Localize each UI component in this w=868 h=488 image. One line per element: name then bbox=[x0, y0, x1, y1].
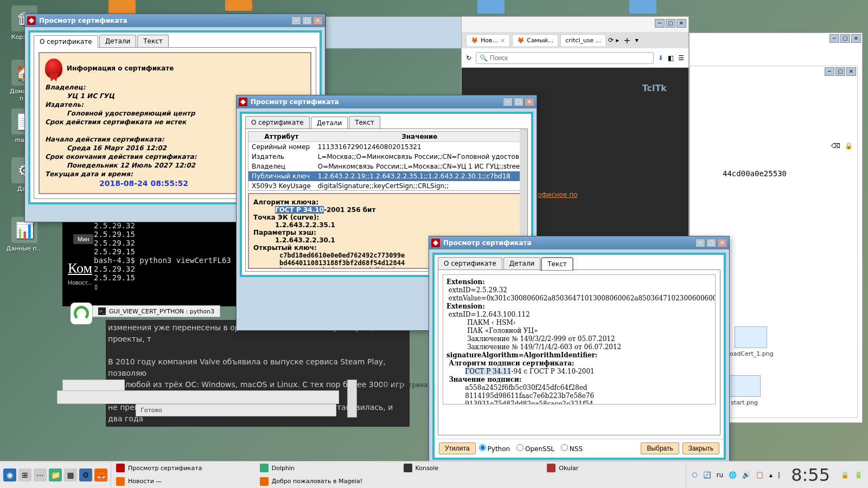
tab-details[interactable]: Детали bbox=[99, 35, 137, 47]
maximize-button[interactable]: ▢ bbox=[302, 16, 312, 25]
tab-text[interactable]: Текст bbox=[349, 116, 380, 129]
tray-update-icon[interactable]: 🔄 bbox=[703, 471, 711, 479]
utility-button[interactable]: Утилита bbox=[439, 442, 476, 454]
radio-openssl[interactable]: OpenSSL bbox=[516, 445, 554, 453]
sidebar-button[interactable]: ◧ bbox=[668, 54, 674, 62]
tray-battery-icon[interactable]: 🔋 bbox=[854, 471, 863, 479]
tray-separator: | bbox=[778, 471, 780, 479]
konsole-tab-min[interactable]: Мин bbox=[73, 234, 93, 244]
radio-python[interactable]: Python bbox=[479, 445, 510, 453]
close-icon[interactable]: × bbox=[500, 37, 505, 44]
minimize-button[interactable]: ─ bbox=[829, 34, 839, 43]
start-button[interactable]: ◉ bbox=[3, 468, 16, 481]
download-button[interactable]: ⬇ bbox=[658, 54, 663, 62]
dolphin-launcher[interactable]: 📁 bbox=[49, 468, 62, 481]
menu-button[interactable]: ☰ bbox=[678, 54, 684, 62]
firefox-launcher[interactable]: 🦊 bbox=[94, 468, 107, 481]
tab-text[interactable]: Текст bbox=[137, 35, 169, 47]
taskbar-task[interactable]: Konsole bbox=[399, 461, 542, 475]
table-row[interactable]: X509v3 KeyUsagedigitalSignature;;keyCert… bbox=[248, 181, 525, 191]
vscrollbar-stub[interactable] bbox=[347, 380, 357, 418]
tab-text[interactable]: Текст bbox=[541, 258, 573, 270]
apps-button[interactable]: ⊞ bbox=[18, 468, 31, 481]
folder-icon[interactable] bbox=[477, 0, 505, 14]
search-input[interactable] bbox=[490, 54, 650, 62]
keyboard-layout[interactable]: ru bbox=[717, 471, 724, 479]
tray-volume-icon[interactable]: 🔊 bbox=[742, 471, 750, 479]
close-button[interactable]: ✕ bbox=[851, 34, 861, 43]
apps-menu-button[interactable]: ⋯ bbox=[34, 468, 47, 481]
radio-nss[interactable]: NSS bbox=[561, 445, 583, 453]
new-tab-button[interactable]: + bbox=[621, 35, 633, 46]
taskbar-task[interactable]: Просмотр сертификата bbox=[111, 461, 255, 475]
search-field[interactable]: 🔍 bbox=[476, 52, 654, 64]
tray-lock-icon[interactable]: 🔒 bbox=[841, 471, 849, 479]
scrollbar[interactable] bbox=[520, 131, 525, 191]
tray-shield-icon[interactable]: ⬡ bbox=[692, 471, 697, 479]
table-row[interactable]: Публичный ключ1.2.643.2.2.19;;1.2.643.2.… bbox=[248, 171, 525, 181]
backspace-icon[interactable]: ⌫ bbox=[831, 142, 840, 150]
file-thumb-loadcert[interactable]: loadCert_1.png bbox=[728, 326, 774, 357]
minimize-button[interactable]: ─ bbox=[825, 67, 834, 76]
table-row[interactable]: Серийный номер1113316729012460802015321 bbox=[248, 142, 525, 152]
table-row[interactable]: ВладелецO=Минкомсвязь России;;L=Москва;;… bbox=[248, 162, 525, 171]
browser-navbar: ↻ 🔍 ⬇ ◧ ☰ bbox=[462, 48, 688, 68]
tray-network-icon[interactable]: 🌐 bbox=[729, 471, 737, 479]
titlebar[interactable]: Просмотр сертификата ─ ▢ ✕ bbox=[429, 236, 729, 249]
tray-expand-icon[interactable]: ▴ bbox=[769, 471, 773, 479]
desktop-launcher[interactable]: ▦ bbox=[64, 468, 77, 481]
tab-history-dropdown[interactable]: ▸ bbox=[616, 36, 619, 44]
task-icon bbox=[260, 464, 269, 472]
close-button[interactable]: ✕ bbox=[676, 19, 686, 28]
file-thumb-start[interactable]: start.png bbox=[728, 375, 761, 406]
close-button[interactable]: ✕ bbox=[525, 98, 534, 106]
browser-tab-critcl[interactable]: critcl_use ... bbox=[560, 34, 606, 46]
search-icon: 🔍 bbox=[480, 54, 488, 62]
minimize-button[interactable]: ─ bbox=[291, 16, 301, 25]
scrollbar-stub[interactable] bbox=[57, 390, 339, 404]
minimize-button[interactable]: ─ bbox=[655, 19, 665, 28]
titlebar[interactable]: Просмотр сертификата ─ ▢ ✕ bbox=[25, 14, 325, 27]
maximize-button[interactable]: ▢ bbox=[666, 19, 675, 28]
folder-icon[interactable] bbox=[225, 0, 252, 11]
tab-details[interactable]: Детали bbox=[503, 257, 541, 269]
folder-icon[interactable] bbox=[629, 0, 656, 14]
owner-label: Владелец: bbox=[45, 84, 305, 91]
app-icon bbox=[27, 16, 36, 25]
maximize-button[interactable]: ▢ bbox=[706, 239, 716, 247]
reload-button[interactable]: ↻ bbox=[466, 54, 471, 62]
tab-about[interactable]: О сертификате bbox=[438, 257, 502, 269]
link-office[interactable]: офисное по bbox=[538, 191, 578, 198]
cert-info-heading: Информация о сертификате bbox=[67, 65, 174, 72]
tab-about[interactable]: О сертификате bbox=[34, 35, 98, 48]
taskbar-task[interactable]: Новости — bbox=[111, 475, 255, 489]
details-table[interactable]: АттрибутЗначение Серийный номер111331672… bbox=[248, 131, 525, 191]
taskbar-task[interactable]: Dolphin bbox=[255, 461, 399, 475]
browser-tab-samyi[interactable]: 🦊Самый... bbox=[512, 34, 558, 46]
maximize-button[interactable]: ▢ bbox=[514, 98, 524, 106]
table-row[interactable]: ИздательL=Москва;;O=Минкомсвязь России;;… bbox=[248, 152, 525, 162]
browser-tab-news[interactable]: 🦊Нов...× bbox=[466, 34, 510, 46]
tab-about[interactable]: О сертификате bbox=[245, 116, 310, 129]
close-button[interactable]: ✕ bbox=[846, 67, 856, 76]
cert-text-pane[interactable]: Extension: extnID=2.5.29.32 extnValue=0x… bbox=[443, 274, 716, 404]
choose-button[interactable]: Выбрать bbox=[641, 442, 679, 454]
clock[interactable]: 8:55 bbox=[786, 465, 835, 485]
taskbar-task[interactable]: Добро пожаловать в Mageia! bbox=[255, 475, 399, 489]
titlebar[interactable]: Просмотр сертификата ─ ▢ ✕ bbox=[237, 95, 537, 108]
tray-clipboard-icon[interactable]: 📋 bbox=[756, 471, 764, 479]
settings-launcher[interactable]: ⚙ bbox=[79, 468, 92, 481]
tabs-menu-button[interactable]: ▾ bbox=[635, 36, 639, 44]
maximize-button[interactable]: ▢ bbox=[835, 67, 845, 76]
konsole-tab[interactable]: >_ GUI_VIEW_CERT_PYTHON : python3 bbox=[92, 305, 220, 317]
tab-details[interactable]: Детали bbox=[311, 117, 348, 129]
taskbar-task[interactable]: Okular bbox=[542, 461, 686, 475]
minimize-button[interactable]: ─ bbox=[503, 98, 513, 106]
task-icon bbox=[404, 464, 412, 472]
close-button[interactable]: ✕ bbox=[313, 16, 323, 25]
close-button[interactable]: ✕ bbox=[717, 239, 727, 247]
close-button[interactable]: Закрыть bbox=[682, 442, 719, 454]
task-icon bbox=[260, 477, 269, 486]
minimize-button[interactable]: ─ bbox=[695, 239, 705, 247]
maximize-button[interactable]: ▢ bbox=[840, 34, 850, 43]
